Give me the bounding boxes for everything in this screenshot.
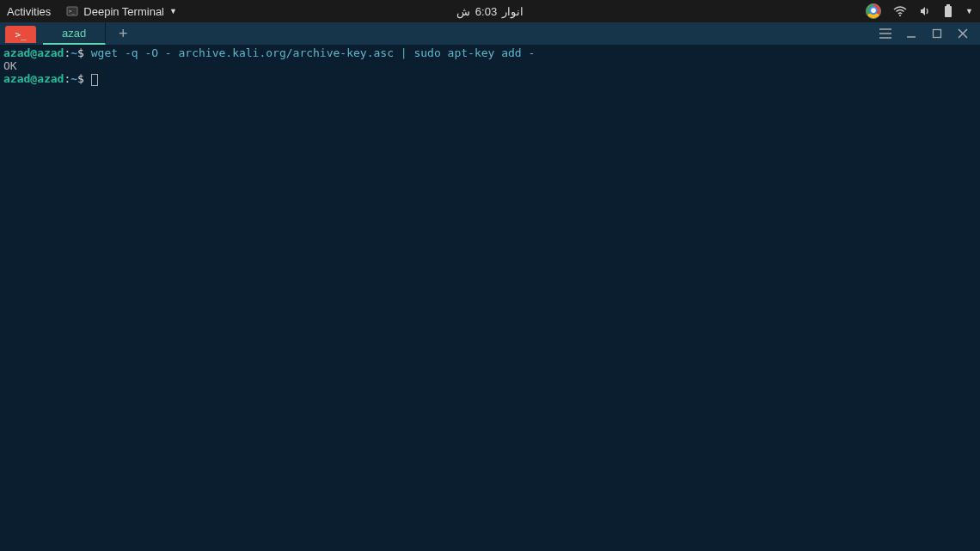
clock-suffix: ش — [456, 5, 470, 18]
prompt-path: ~ — [70, 72, 77, 85]
clock-text: انوار — [502, 5, 524, 18]
panel-clock[interactable]: ش 6:03 انوار — [456, 5, 524, 18]
svg-text:>_: >_ — [69, 8, 76, 15]
terminal-app-icon: >_ — [66, 5, 78, 17]
tab-label: azad — [62, 27, 86, 40]
add-tab-button[interactable]: + — [106, 22, 140, 45]
terminal-titlebar: >_ azad + — [0, 22, 980, 45]
svg-rect-6 — [934, 30, 941, 38]
panel-tray: ▼ — [866, 3, 973, 19]
minimize-button[interactable] — [904, 27, 918, 40]
terminal-icon-tab[interactable]: >_ — [5, 26, 36, 43]
network-icon[interactable] — [893, 6, 907, 16]
volume-icon[interactable] — [919, 5, 931, 17]
prompt-path: ~ — [70, 46, 77, 59]
terminal-viewport[interactable]: azad@azad:~$ wget -q -O - archive.kali.o… — [0, 45, 980, 551]
svg-point-2 — [899, 15, 901, 16]
cursor-icon — [91, 74, 98, 86]
svg-rect-4 — [945, 6, 952, 17]
prompt-end: $ — [77, 72, 91, 85]
prompt-user-host: azad@azad — [3, 72, 64, 85]
terminal-line: azad@azad:~$ — [3, 72, 977, 85]
window-controls — [879, 27, 980, 40]
activities-button[interactable]: Activities — [7, 5, 51, 18]
tab-bar: >_ azad + — [0, 22, 140, 45]
battery-icon[interactable] — [943, 4, 953, 18]
hamburger-menu-icon[interactable] — [879, 27, 892, 40]
app-menu-label: Deepin Terminal — [83, 5, 164, 18]
terminal-output: OK — [3, 59, 977, 72]
prompt-end: $ — [77, 46, 91, 59]
prompt-user-host: azad@azad — [3, 46, 64, 59]
dropdown-arrow-icon: ▼ — [169, 7, 177, 15]
panel-left: Activities >_ Deepin Terminal ▼ — [7, 5, 177, 18]
tab-azad[interactable]: azad — [43, 22, 106, 45]
maximize-button[interactable] — [930, 27, 944, 40]
command-text: wget -q -O - archive.kali.org/archive-ke… — [91, 46, 536, 59]
clock-time: 6:03 — [475, 5, 497, 18]
gnome-top-panel: Activities >_ Deepin Terminal ▼ ش 6:03 ا… — [0, 0, 980, 22]
system-menu-arrow-icon[interactable]: ▼ — [965, 7, 973, 15]
terminal-line: azad@azad:~$ wget -q -O - archive.kali.o… — [3, 46, 977, 59]
close-button[interactable] — [956, 27, 970, 40]
chrome-tray-icon[interactable] — [866, 3, 881, 19]
svg-rect-3 — [946, 4, 950, 6]
app-menu[interactable]: >_ Deepin Terminal ▼ — [66, 5, 177, 18]
